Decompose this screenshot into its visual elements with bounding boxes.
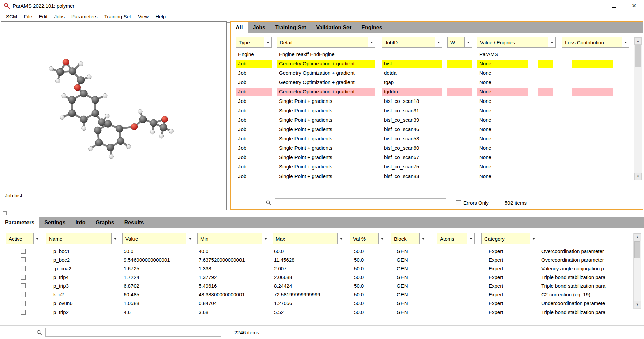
jobs-tab-validation-set[interactable]: Validation Set (311, 22, 356, 33)
dropdown-arrow-icon[interactable] (337, 233, 345, 244)
menu-parameters[interactable]: Parameters (68, 12, 101, 21)
job-row-bisf-co-scan53[interactable]: JobSingle Point + gradientsbisf_co_scan5… (231, 134, 643, 143)
vertical-splitter-handle[interactable] (227, 22, 230, 25)
active-checkbox[interactable] (21, 275, 26, 280)
jobs-column-header-jobid[interactable]: JobID (382, 37, 442, 48)
active-checkbox[interactable] (21, 283, 26, 288)
parameter-row-p-boc2[interactable]: p_boc29.5469000000000017.637520000000001… (0, 255, 644, 264)
parameters-column-header-val[interactable]: Val % (350, 233, 386, 244)
jobs-tab-training-set[interactable]: Training Set (270, 22, 311, 33)
job-row-bisf-co-scan31[interactable]: JobSingle Point + gradientsbisf_co_scan3… (231, 106, 643, 115)
scroll-down-icon[interactable]: ▼ (634, 173, 642, 180)
jobs-tab-engines[interactable]: Engines (356, 22, 387, 33)
job-row-bisf-co-scan83[interactable]: JobSingle Point + gradientsbisf_co_scan8… (231, 172, 643, 181)
parameters-tab-settings[interactable]: Settings (39, 217, 70, 228)
job-row-detda[interactable]: JobGeometry Optimization + gradientdetda… (231, 68, 643, 78)
job-row-bisf-co-scan39[interactable]: JobSingle Point + gradientsbisf_co_scan3… (231, 115, 643, 125)
cell-loss-contribution (572, 78, 613, 86)
dropdown-arrow-icon[interactable] (186, 233, 194, 244)
dropdown-arrow-icon[interactable] (368, 37, 375, 47)
horizontal-splitter[interactable] (0, 210, 644, 217)
dropdown-arrow-icon[interactable] (111, 233, 119, 244)
menu-training-set[interactable]: Training Set (101, 12, 135, 21)
job-row-bisf-co-scan60[interactable]: JobSingle Point + gradientsbisf_co_scan6… (231, 143, 643, 153)
parameters-column-header-block[interactable]: Block (391, 233, 427, 244)
vertical-splitter[interactable] (227, 21, 230, 210)
job-row-tgap[interactable]: JobGeometry Optimization + gradienttgapN… (231, 78, 643, 87)
jobs-table-scrollbar[interactable]: ▲ ▼ (634, 37, 642, 180)
menu-help[interactable]: Help (152, 12, 169, 21)
parameter-row-p-ovun6[interactable]: p_ovun61.05880.847041.2705650.0GENExpert… (0, 299, 644, 308)
dropdown-arrow-icon[interactable] (622, 37, 629, 47)
parameters-table-scrollbar[interactable]: ▲ ▼ (633, 233, 641, 309)
jobs-column-header-type[interactable]: Type (236, 37, 272, 48)
jobs-column-header-detail[interactable]: Detail (277, 37, 375, 48)
molecule-3d-view[interactable] (1, 22, 226, 210)
dropdown-arrow-icon[interactable] (262, 233, 269, 244)
active-checkbox[interactable] (21, 257, 26, 262)
dropdown-arrow-icon[interactable] (548, 37, 555, 47)
dropdown-arrow-icon[interactable] (464, 37, 472, 47)
jobs-column-header-loss-contribution[interactable]: Loss Contribution (562, 37, 629, 48)
menu-jobs[interactable]: Jobs (51, 12, 68, 21)
dropdown-arrow-icon[interactable] (467, 233, 474, 244)
engine-row[interactable]: EngineEngine reaxff EndEngineParAMS (231, 50, 643, 59)
horizontal-splitter-handle[interactable] (3, 211, 7, 215)
parameters-column-header-value[interactable]: Value (122, 233, 194, 244)
close-button[interactable]: ✕ (624, 0, 644, 11)
parameters-tab-results[interactable]: Results (119, 217, 149, 228)
job-row-bisf-co-scan75[interactable]: JobSingle Point + gradientsbisf_co_scan7… (231, 162, 643, 172)
parameters-column-header-max[interactable]: Max (273, 233, 345, 244)
parameters-tab-info[interactable]: Info (70, 217, 90, 228)
dropdown-arrow-icon[interactable] (419, 233, 427, 244)
job-row-bisf-co-scan67[interactable]: JobSingle Point + gradientsbisf_co_scan6… (231, 153, 643, 162)
jobs-tab-jobs[interactable]: Jobs (248, 22, 270, 33)
active-checkbox[interactable] (21, 266, 26, 271)
menu-file[interactable]: File (20, 12, 35, 21)
jobs-tab-all[interactable]: All (231, 22, 248, 33)
menu-edit[interactable]: Edit (36, 12, 51, 21)
parameters-column-header-name[interactable]: Name (46, 233, 119, 244)
parameters-tab-graphs[interactable]: Graphs (91, 217, 119, 228)
menu-scm[interactable]: SCM (3, 12, 20, 21)
maximize-button[interactable] (604, 0, 624, 11)
molecule-viewer-panel[interactable]: Job bisf (1, 21, 227, 210)
job-row-bisf-co-scan18[interactable]: JobSingle Point + gradientsbisf_co_scan1… (231, 96, 643, 106)
job-row-bisf[interactable]: JobGeometry Optimization + gradientbisfN… (231, 59, 643, 68)
errors-only-checkbox[interactable] (456, 200, 461, 205)
parameter-row-p-boc1[interactable]: p_boc150.040.060.050.0GENExpertOvercoord… (0, 247, 644, 255)
dropdown-arrow-icon[interactable] (530, 233, 537, 244)
dropdown-arrow-icon[interactable] (33, 233, 41, 244)
menu-view[interactable]: View (135, 12, 152, 21)
parameter-row-p-coa2[interactable]: -p_coa21.67251.3382.00750.0GENExpertVale… (0, 264, 644, 273)
dropdown-arrow-icon[interactable] (435, 37, 442, 47)
parameters-column-header-category[interactable]: Category (481, 233, 537, 244)
job-row-bisf-co-scan46[interactable]: JobSingle Point + gradientsbisf_co_scan4… (231, 125, 643, 134)
parameter-row-k-c2[interactable]: k_c260.48548.3880000000000172.5819999999… (0, 290, 644, 299)
parameters-search-input[interactable] (45, 328, 221, 337)
active-checkbox[interactable] (21, 301, 26, 306)
dropdown-arrow-icon[interactable] (378, 233, 386, 244)
params-window: { "window": { "title": "ParAMS 2022.101:… (0, 0, 644, 339)
dropdown-arrow-icon[interactable] (264, 37, 271, 47)
parameter-row-p-trip3[interactable]: p_trip36.87025.496168.2442450.0GENExpert… (0, 281, 644, 290)
job-row-tgddm[interactable]: JobGeometry Optimization + gradienttgddm… (231, 87, 643, 96)
parameter-row-p-trip2[interactable]: p_trip24.63.685.5250.0GENExpertTriple bo… (0, 308, 644, 316)
scrollbar-thumb[interactable] (634, 241, 640, 258)
jobs-search-input[interactable] (275, 198, 446, 207)
minimize-button[interactable] (584, 0, 604, 11)
scroll-up-icon[interactable]: ▲ (634, 37, 642, 45)
jobs-column-header-value-engines[interactable]: Value / Engines (477, 37, 556, 48)
parameters-column-header-atoms[interactable]: Atoms (437, 233, 475, 244)
scroll-up-icon[interactable]: ▲ (634, 233, 641, 241)
parameters-column-header-active[interactable]: Active (6, 233, 41, 244)
jobs-column-header-w[interactable]: W (447, 37, 472, 48)
active-checkbox[interactable] (21, 292, 26, 297)
parameters-tab-parameters[interactable]: Parameters (0, 217, 39, 228)
scrollbar-thumb[interactable] (635, 45, 641, 67)
scroll-down-icon[interactable]: ▼ (634, 301, 641, 308)
active-checkbox[interactable] (21, 249, 26, 254)
parameter-row-p-trip4[interactable]: p_trip41.72241.377922.0668850.0GENExpert… (0, 273, 644, 281)
active-checkbox[interactable] (21, 310, 26, 315)
parameters-column-header-min[interactable]: Min (197, 233, 269, 244)
